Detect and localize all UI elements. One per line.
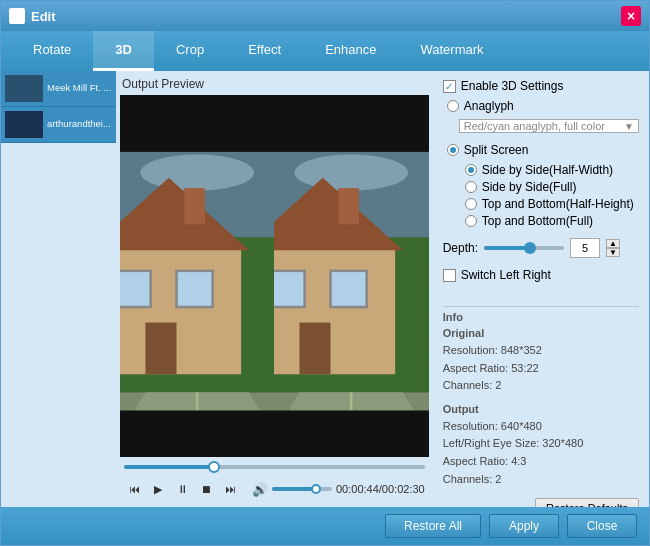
split-options: Side by Side(Half-Width) Side by Side(Fu… bbox=[461, 163, 639, 228]
switch-lr-checkbox[interactable] bbox=[443, 269, 456, 282]
option-side-half-label: Side by Side(Half-Width) bbox=[482, 163, 613, 177]
restore-defaults-button[interactable]: Restore Defaults bbox=[535, 498, 639, 507]
option-side-full-row[interactable]: Side by Side(Full) bbox=[461, 180, 639, 194]
close-button[interactable]: × bbox=[621, 6, 641, 26]
progress-fill bbox=[124, 465, 214, 469]
option-top-full-row[interactable]: Top and Bottom(Full) bbox=[461, 214, 639, 228]
sidebar: Meek Mill Ft. ... arthurandthei... bbox=[1, 71, 116, 507]
progress-bar-container[interactable] bbox=[120, 459, 429, 475]
play-button[interactable]: ▶ bbox=[148, 479, 168, 499]
split-screen-row[interactable]: Split Screen bbox=[443, 143, 639, 157]
enable-3d-checkbox[interactable] bbox=[443, 80, 456, 93]
scene-left bbox=[120, 95, 274, 457]
tab-enhance[interactable]: Enhance bbox=[303, 31, 398, 71]
depth-label: Depth: bbox=[443, 241, 478, 255]
output-resolution: Resolution: 640*480 bbox=[443, 418, 639, 436]
output-channels: Channels: 2 bbox=[443, 471, 639, 489]
option-side-full-label: Side by Side(Full) bbox=[482, 180, 577, 194]
tab-effect[interactable]: Effect bbox=[226, 31, 303, 71]
original-channels: Channels: 2 bbox=[443, 377, 639, 395]
pause-button[interactable]: ⏸ bbox=[172, 479, 192, 499]
stop-button[interactable]: ⏹ bbox=[196, 479, 216, 499]
progress-thumb[interactable] bbox=[208, 461, 220, 473]
svg-rect-13 bbox=[176, 271, 212, 307]
sidebar-thumb-0 bbox=[5, 75, 43, 102]
volume-thumb[interactable] bbox=[311, 484, 321, 494]
svg-rect-34 bbox=[300, 323, 331, 375]
preview-label: Output Preview bbox=[120, 77, 429, 91]
switch-lr-label: Switch Left Right bbox=[461, 268, 551, 282]
controls-row: ⏮ ▶ ⏸ ⏹ ⏭ 🔊 00:00:44/00:02:30 bbox=[120, 475, 429, 503]
svg-point-24 bbox=[295, 154, 409, 190]
dropdown-arrow-icon: ▼ bbox=[624, 121, 634, 132]
option-side-half-radio[interactable] bbox=[465, 164, 477, 176]
svg-rect-39 bbox=[274, 410, 428, 457]
output-title: Output bbox=[443, 403, 639, 415]
skip-forward-button[interactable]: ⏭ bbox=[220, 479, 240, 499]
svg-rect-19 bbox=[120, 410, 274, 457]
depth-fill bbox=[484, 246, 528, 250]
scene-right bbox=[274, 95, 428, 457]
tab-watermark[interactable]: Watermark bbox=[398, 31, 505, 71]
tab-rotate[interactable]: Rotate bbox=[11, 31, 93, 71]
svg-rect-21 bbox=[274, 95, 428, 152]
progress-track[interactable] bbox=[124, 465, 425, 469]
switch-lr-row[interactable]: Switch Left Right bbox=[443, 268, 639, 282]
svg-rect-31 bbox=[339, 188, 360, 224]
split-screen-label: Split Screen bbox=[464, 143, 529, 157]
output-aspect: Aspect Ratio: 4:3 bbox=[443, 453, 639, 471]
skip-back-button[interactable]: ⏮ bbox=[124, 479, 144, 499]
sidebar-item-0[interactable]: Meek Mill Ft. ... bbox=[1, 71, 116, 107]
video-canvas bbox=[120, 95, 429, 457]
main-body: Meek Mill Ft. ... arthurandthei... Outpu… bbox=[1, 71, 649, 507]
option-side-half-row[interactable]: Side by Side(Half-Width) bbox=[461, 163, 639, 177]
scene-wrapper bbox=[120, 95, 429, 457]
option-top-half-row[interactable]: Top and Bottom(Half-Height) bbox=[461, 197, 639, 211]
original-title: Original bbox=[443, 327, 639, 339]
original-resolution: Resolution: 848*352 bbox=[443, 342, 639, 360]
svg-rect-1 bbox=[120, 95, 274, 152]
output-lr-size: Left/Right Eye Size: 320*480 bbox=[443, 435, 639, 453]
depth-track[interactable] bbox=[484, 246, 564, 250]
depth-up-button[interactable]: ▲ bbox=[606, 239, 620, 248]
preview-area: Output Preview bbox=[116, 71, 433, 507]
enable-3d-row[interactable]: Enable 3D Settings bbox=[443, 79, 639, 93]
info-section: Info Original Resolution: 848*352 Aspect… bbox=[443, 302, 639, 488]
enable-3d-label: Enable 3D Settings bbox=[461, 79, 564, 93]
volume-icon[interactable]: 🔊 bbox=[252, 482, 268, 497]
depth-row: Depth: 5 ▲ ▼ bbox=[443, 238, 639, 258]
apply-button[interactable]: Apply bbox=[489, 514, 559, 538]
info-divider bbox=[443, 306, 639, 307]
close-bottom-button[interactable]: Close bbox=[567, 514, 637, 538]
anaglyph-dropdown-value: Red/cyan anaglyph, full color bbox=[464, 120, 605, 132]
depth-thumb[interactable] bbox=[524, 242, 536, 254]
bottom-bar: Restore All Apply Close bbox=[1, 507, 649, 545]
sidebar-title-1: arthurandthei... bbox=[47, 118, 111, 130]
option-top-half-radio[interactable] bbox=[465, 198, 477, 210]
anaglyph-dropdown[interactable]: Red/cyan anaglyph, full color ▼ bbox=[459, 119, 639, 133]
svg-rect-9 bbox=[120, 245, 241, 374]
settings-panel: Enable 3D Settings Anaglyph Red/cyan ana… bbox=[433, 71, 649, 507]
anaglyph-radio[interactable] bbox=[447, 100, 459, 112]
svg-rect-11 bbox=[184, 188, 205, 224]
tab-3d[interactable]: 3D bbox=[93, 31, 154, 71]
restore-all-button[interactable]: Restore All bbox=[385, 514, 481, 538]
depth-spinners: ▲ ▼ bbox=[606, 239, 620, 257]
sidebar-title-0: Meek Mill Ft. ... bbox=[47, 82, 111, 94]
output-title-label: Output bbox=[443, 403, 639, 415]
original-aspect: Aspect Ratio: 53:22 bbox=[443, 360, 639, 378]
depth-down-button[interactable]: ▼ bbox=[606, 248, 620, 257]
anaglyph-row[interactable]: Anaglyph bbox=[443, 99, 639, 113]
split-screen-radio[interactable] bbox=[447, 144, 459, 156]
sidebar-item-1[interactable]: arthurandthei... bbox=[1, 107, 116, 143]
app-icon bbox=[9, 8, 25, 24]
svg-rect-32 bbox=[274, 271, 305, 307]
restore-defaults-row: Restore Defaults bbox=[443, 498, 639, 507]
volume-track[interactable] bbox=[272, 487, 332, 491]
option-side-full-radio[interactable] bbox=[465, 181, 477, 193]
option-top-full-radio[interactable] bbox=[465, 215, 477, 227]
time-display: 00:00:44/00:02:30 bbox=[336, 483, 425, 495]
info-title: Info bbox=[443, 311, 639, 323]
depth-input[interactable]: 5 bbox=[570, 238, 600, 258]
tab-crop[interactable]: Crop bbox=[154, 31, 226, 71]
